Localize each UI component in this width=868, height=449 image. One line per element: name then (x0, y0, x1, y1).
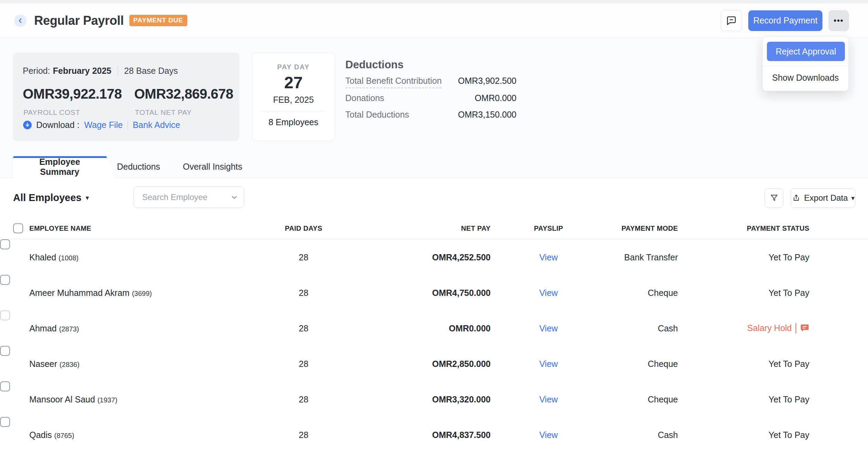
page-title: Regular Payroll (34, 13, 124, 28)
back-chevron-icon (16, 17, 24, 25)
summary-section: Period: February 2025 28 Base Days OMR39… (0, 38, 868, 178)
row-checkbox[interactable] (0, 346, 10, 356)
table-row: Naseer(2836) 28 OMR2,850.000 View Cheque… (0, 346, 868, 381)
net-pay-value: OMR0.000 (324, 323, 491, 333)
menu-item-show-downloads[interactable]: Show Downloads (763, 66, 848, 83)
ellipsis-icon: ••• (834, 16, 844, 25)
column-header-paid-days: PAID DAYS (276, 224, 331, 232)
employee-filter-dropdown[interactable]: All Employees ▾ (13, 192, 89, 203)
table-header: EMPLOYEE NAME PAID DAYS NET PAY PAYSLIP … (0, 217, 868, 239)
payroll-cost-label: PAYROLL COST (23, 108, 80, 117)
payment-mode-value: Bank Transfer (601, 252, 678, 262)
payment-mode-value: Cheque (601, 359, 678, 369)
topbar: Regular Payroll PAYMENT DUE Record Payme… (0, 3, 868, 38)
total-net-pay-label: TOTAL NET PAY (135, 108, 192, 117)
view-payslip-link[interactable]: View (539, 359, 558, 368)
employee-name: Qadis (29, 430, 52, 439)
deduction-row: Donations OMR0.000 (345, 93, 516, 103)
topbar-actions: Record Payment ••• (721, 10, 849, 31)
payment-mode-value: Cheque (601, 288, 678, 298)
view-payslip-link[interactable]: View (539, 430, 558, 439)
status-badge: PAYMENT DUE (129, 15, 187, 26)
period-label: Period: (23, 66, 50, 76)
payment-status-value: Yet To Pay (678, 252, 809, 262)
payday-employee-count: 8 Employees (252, 117, 335, 127)
total-benefit-contribution-label[interactable]: Total Benefit Contribution (345, 76, 442, 88)
payroll-run-detail-page: Regular Payroll PAYMENT DUE Record Payme… (0, 0, 868, 449)
row-checkbox[interactable] (0, 239, 10, 249)
row-checkbox (0, 310, 10, 320)
select-all-checkbox[interactable] (13, 223, 23, 233)
bank-advice-link[interactable]: Bank Advice (133, 120, 180, 130)
paid-days-value: 28 (276, 430, 331, 440)
row-checkbox[interactable] (0, 275, 10, 285)
column-header-net-pay: NET PAY (324, 224, 491, 232)
donations-label: Donations (345, 93, 384, 103)
caret-down-icon: ▾ (86, 194, 89, 202)
payment-status-value: Yet To Pay (678, 359, 809, 369)
payment-status-value: Yet To Pay (678, 430, 809, 440)
employee-id: (3699) (132, 289, 152, 297)
employee-search-combobox[interactable] (134, 187, 244, 208)
donations-value: OMR0.000 (475, 93, 516, 103)
menu-item-reject-approval[interactable]: Reject Approval (767, 42, 845, 61)
period-value: February 2025 (53, 66, 111, 76)
payment-status-value: Yet To Pay (678, 288, 809, 298)
caret-down-icon: ▾ (851, 194, 855, 202)
comments-button[interactable] (721, 10, 742, 31)
wage-file-link[interactable]: Wage File (84, 120, 123, 130)
table-row: Ahmad(2873) 28 OMR0.000 View Cash Salary… (0, 310, 868, 346)
export-data-button[interactable]: Export Data ▾ (791, 188, 856, 208)
employee-name: Ameer Muhammad Akram (29, 288, 129, 297)
view-payslip-link[interactable]: View (539, 252, 558, 262)
employee-id: (2836) (60, 360, 80, 368)
divider (118, 66, 118, 76)
payday-label: PAY DAY (252, 63, 335, 71)
employee-id: (1937) (97, 396, 117, 403)
table-body: Khaled(1008) 28 OMR4,252.500 View Bank T… (0, 239, 868, 449)
employee-id: (8765) (54, 431, 74, 439)
comment-icon (726, 15, 737, 27)
record-payment-button[interactable]: Record Payment (748, 10, 822, 31)
download-label: Download : (36, 120, 79, 130)
payroll-cost-amount: OMR39,922.178 (23, 86, 122, 102)
view-payslip-link[interactable]: View (539, 288, 558, 297)
table-row: Qadis(8765) 28 OMR4,837.500 View Cash Ye… (0, 417, 868, 449)
employee-summary-panel: All Employees ▾ Export Data ▾ EMPLOYEE N… (0, 178, 868, 449)
row-checkbox[interactable] (0, 381, 10, 391)
paid-days-value: 28 (276, 252, 331, 262)
net-pay-value: OMR2,850.000 (324, 359, 491, 369)
total-benefit-contribution-value: OMR3,902.500 (458, 76, 516, 86)
search-input[interactable] (142, 192, 230, 202)
payment-status-value: Salary Hold (678, 323, 809, 333)
deduction-row: Total Benefit Contribution OMR3,902.500 (345, 76, 516, 88)
payment-mode-value: Cheque (601, 394, 678, 404)
view-payslip-link[interactable]: View (539, 394, 558, 404)
more-options-menu: Reject Approval Show Downloads (762, 37, 849, 91)
chevron-down-icon (230, 193, 238, 201)
tab-overall-insights[interactable]: Overall Insights (183, 162, 242, 172)
payment-status-value: Yet To Pay (678, 394, 809, 404)
filter-funnel-icon (769, 193, 779, 203)
hold-comment-icon[interactable] (800, 323, 809, 333)
payment-mode-value: Cash (601, 323, 678, 333)
paid-days-value: 28 (276, 394, 331, 404)
tab-employee-summary[interactable]: Employee Summary (13, 156, 115, 178)
employee-name: Naseer (29, 359, 57, 368)
column-header-payslip: PAYSLIP (497, 224, 600, 232)
deduction-row: Total Deductions OMR3,150.000 (345, 110, 516, 120)
column-header-payment-mode: PAYMENT MODE (601, 224, 678, 232)
paid-days-value: 28 (276, 288, 331, 298)
view-payslip-link[interactable]: View (539, 323, 558, 333)
row-checkbox[interactable] (0, 417, 10, 427)
employee-name: Khaled (29, 252, 56, 262)
table-row: Mansoor Al Saud(1937) 28 OMR3,320.000 Vi… (0, 381, 868, 417)
more-options-button[interactable]: ••• (829, 10, 849, 31)
back-button[interactable] (14, 14, 27, 27)
tab-deductions[interactable]: Deductions (117, 162, 160, 172)
payday-card: PAY DAY 27 FEB, 2025 8 Employees (252, 52, 335, 141)
filter-button[interactable] (765, 188, 783, 208)
payroll-summary-card: Period: February 2025 28 Base Days OMR39… (13, 52, 239, 141)
divider (796, 323, 796, 333)
column-header-payment-status: PAYMENT STATUS (678, 224, 809, 232)
